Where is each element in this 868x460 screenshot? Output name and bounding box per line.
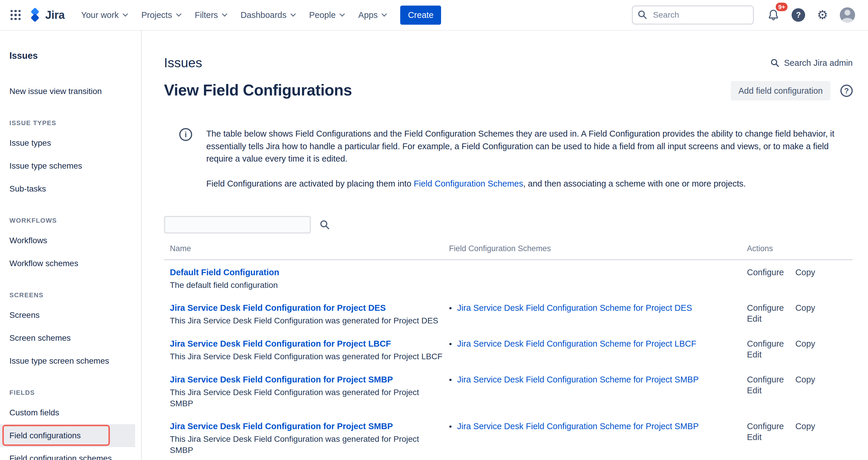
sidebar-item-workflows[interactable]: Workflows xyxy=(0,229,141,252)
nav-item-label: Dashboards xyxy=(241,10,286,20)
scheme-link[interactable]: Jira Service Desk Field Configuration Sc… xyxy=(457,339,696,349)
sidebar-heading-screens: SCREENS xyxy=(0,291,141,299)
field-configurations-table: Name Field Configuration Schemes Actions… xyxy=(164,239,853,460)
edit-link[interactable]: Edit xyxy=(747,314,762,323)
edit-link[interactable]: Edit xyxy=(747,432,762,442)
edit-link[interactable]: Edit xyxy=(747,386,762,395)
nav-right-group: 9+ ? ⚙ xyxy=(632,4,859,26)
jira-logo[interactable]: Jira xyxy=(28,8,65,22)
chevron-down-icon xyxy=(340,11,345,17)
admin-sidebar: Issues New issue view transition ISSUE T… xyxy=(0,31,142,460)
sidebar-heading-fields: FIELDS xyxy=(0,389,141,397)
chevron-down-icon xyxy=(176,11,181,17)
copy-link[interactable]: Copy xyxy=(796,303,815,313)
sidebar-item-screens[interactable]: Screens xyxy=(0,304,141,327)
jira-admin-page: Jira Your work Projects Filters Dashboar… xyxy=(0,0,868,460)
field-config-link[interactable]: Jira Service Desk Field Configuration fo… xyxy=(170,375,393,385)
nav-item-your-work[interactable]: Your work xyxy=(74,6,134,25)
scheme-list-item: Jira Service Desk Field Configuration Sc… xyxy=(449,303,692,313)
nav-item-label: Apps xyxy=(358,10,378,20)
sidebar-item-field-configurations[interactable]: Field configurations xyxy=(0,424,135,447)
info-paragraph: The table below shows Field Configuratio… xyxy=(206,128,853,165)
help-button[interactable]: ? xyxy=(788,5,809,25)
sidebar-item-issue-types[interactable]: Issue types xyxy=(0,132,141,155)
search-jira-admin-button[interactable]: Search Jira admin xyxy=(770,58,853,68)
app-switcher-button[interactable] xyxy=(7,6,24,24)
scheme-link[interactable]: Jira Service Desk Field Configuration Sc… xyxy=(457,375,699,384)
copy-link[interactable]: Copy xyxy=(796,268,815,277)
field-config-description: This Jira Service Desk Field Configurati… xyxy=(170,433,444,456)
create-button[interactable]: Create xyxy=(400,6,441,25)
chevron-down-icon xyxy=(382,11,387,17)
top-navigation: Jira Your work Projects Filters Dashboar… xyxy=(0,0,868,31)
field-config-link[interactable]: Jira Service Desk Field Configuration fo… xyxy=(170,303,386,313)
scheme-list-item: Jira Service Desk Field Configuration Sc… xyxy=(449,339,696,349)
nav-item-label: Projects xyxy=(141,10,172,20)
nav-item-dashboards[interactable]: Dashboards xyxy=(234,6,302,25)
sidebar-item-custom-fields[interactable]: Custom fields xyxy=(0,401,141,424)
configure-link[interactable]: Configure xyxy=(747,268,784,277)
field-configuration-schemes-link[interactable]: Field Configuration Schemes xyxy=(414,179,523,188)
copy-link[interactable]: Copy xyxy=(796,375,815,384)
field-config-link[interactable]: Default Field Configuration xyxy=(170,268,279,277)
page-title: Issues xyxy=(164,55,202,70)
configure-link[interactable]: Configure xyxy=(747,303,784,313)
settings-button[interactable]: ⚙ xyxy=(813,5,832,25)
nav-item-people[interactable]: People xyxy=(302,6,351,25)
search-jira-admin-label: Search Jira admin xyxy=(784,58,853,68)
search-icon xyxy=(638,10,647,20)
copy-link[interactable]: Copy xyxy=(796,422,815,431)
scheme-link[interactable]: Jira Service Desk Field Configuration Sc… xyxy=(457,422,699,431)
nav-item-filters[interactable]: Filters xyxy=(188,6,234,25)
sidebar-item-issue-type-screen-schemes[interactable]: Issue type screen schemes xyxy=(0,350,141,372)
configure-link[interactable]: Configure xyxy=(747,339,784,349)
sidebar-item-new-issue-view-transition[interactable]: New issue view transition xyxy=(0,80,141,103)
copy-link[interactable]: Copy xyxy=(796,339,815,349)
gear-icon: ⚙ xyxy=(817,9,828,21)
configure-link[interactable]: Configure xyxy=(747,422,784,431)
field-config-link[interactable]: Jira Service Desk Field Configuration fo… xyxy=(170,422,393,431)
filter-search-icon[interactable] xyxy=(320,220,330,230)
notifications-badge: 9+ xyxy=(775,1,789,12)
sidebar-item-issue-type-schemes[interactable]: Issue type schemes xyxy=(0,155,141,177)
sidebar-item-workflow-schemes[interactable]: Workflow schemes xyxy=(0,252,141,275)
nav-item-label: People xyxy=(309,10,336,20)
field-config-description: The default field configuration xyxy=(170,280,444,291)
scheme-list-item: Jira Service Desk Field Configuration Sc… xyxy=(449,375,699,384)
chevron-down-icon xyxy=(123,11,128,17)
question-circle-icon[interactable]: ? xyxy=(840,85,853,97)
table-filter-input[interactable] xyxy=(164,216,311,233)
field-config-link[interactable]: Jira Service Desk Field Configuration fo… xyxy=(170,339,391,349)
global-search-input[interactable] xyxy=(632,5,754,25)
search-icon xyxy=(770,59,779,67)
field-config-description: This Jira Service Desk Field Configurati… xyxy=(170,351,444,362)
column-header-actions: Actions xyxy=(747,239,853,260)
table-row: Jira Service Desk Field Configuration fo… xyxy=(164,296,853,332)
nav-item-label: Your work xyxy=(81,10,119,20)
sidebar-item-screen-schemes[interactable]: Screen schemes xyxy=(0,327,141,350)
info-paragraph: Field Configurations are activated by pl… xyxy=(206,177,853,190)
info-text-segment: Field Configurations are activated by pl… xyxy=(206,179,414,188)
nav-item-label: Filters xyxy=(195,10,218,20)
edit-link[interactable]: Edit xyxy=(747,350,762,359)
sidebar-title: Issues xyxy=(0,51,141,61)
scheme-link[interactable]: Jira Service Desk Field Configuration Sc… xyxy=(457,303,692,313)
add-field-configuration-button[interactable]: Add field configuration xyxy=(731,81,830,100)
chevron-down-icon xyxy=(222,11,227,17)
nav-item-apps[interactable]: Apps xyxy=(351,6,393,25)
table-row: Default Field Configuration The default … xyxy=(164,260,853,296)
sidebar-item-sub-tasks[interactable]: Sub-tasks xyxy=(0,177,141,200)
sidebar-heading-issue-types: ISSUE TYPES xyxy=(0,119,141,127)
notifications-button[interactable]: 9+ xyxy=(764,5,783,25)
sidebar-item-label: Field configurations xyxy=(9,431,81,440)
global-search xyxy=(632,5,754,25)
table-row: Jira Service Desk Field Configuration fo… xyxy=(164,332,853,367)
configure-link[interactable]: Configure xyxy=(747,375,784,384)
nav-item-projects[interactable]: Projects xyxy=(134,6,188,25)
sidebar-item-field-configuration-schemes[interactable]: Field configuration schemes xyxy=(0,447,141,460)
jira-logo-icon xyxy=(28,8,42,22)
profile-button[interactable] xyxy=(836,4,859,26)
table-row: Jira Service Desk Field Configuration fo… xyxy=(164,367,853,415)
avatar xyxy=(840,7,855,23)
field-config-description: This Jira Service Desk Field Configurati… xyxy=(170,387,444,409)
